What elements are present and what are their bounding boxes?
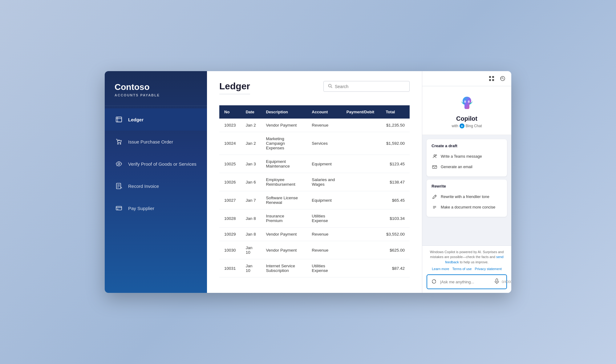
cell-account: Equipment	[307, 191, 341, 209]
cell-total: $138.47	[381, 173, 410, 191]
cell-description: Vendor Payment	[261, 241, 307, 259]
cell-total: $625.00	[381, 241, 410, 259]
table-row[interactable]: 10024 Jan 2 Marketing Campaign Expenses …	[219, 132, 410, 155]
copilot-ask-input[interactable]	[440, 280, 492, 284]
cell-total: $65.45	[381, 191, 410, 209]
cell-total: $1,235.50	[381, 119, 410, 132]
svg-rect-21	[489, 79, 491, 81]
cell-no: 10028	[219, 209, 241, 228]
cell-payment	[342, 191, 381, 209]
pay-supplier-label: Pay Supplier	[128, 206, 154, 211]
privacy-link[interactable]: Privacy statement	[475, 267, 501, 271]
cell-account: Revenue	[307, 241, 341, 259]
cell-payment	[342, 241, 381, 259]
cell-date: Jan 6	[241, 173, 261, 191]
svg-point-3	[118, 144, 119, 144]
sidebar-header: Contoso ACCOUNTS PAYABLE	[105, 71, 207, 106]
col-account-header: Account	[307, 105, 341, 119]
cell-date: Jan 7	[241, 191, 261, 209]
sidebar-item-verify-proof[interactable]: Verify Proof of Goods or Services	[105, 153, 207, 175]
friendlier-tone-item[interactable]: Rewrite with a friendlier tone	[432, 192, 502, 202]
ledger-table: No Date Description Account Payment/Debi…	[219, 105, 410, 277]
sidebar-item-record-invoice[interactable]: Record Invoice	[105, 175, 207, 197]
cell-description: Equipment Maintenance	[261, 155, 307, 173]
table-row[interactable]: 10026 Jan 6 Employee Reimbursement Salar…	[219, 173, 410, 191]
copilot-subtitle: with B Bing Chat	[452, 123, 482, 128]
cell-payment	[342, 209, 381, 228]
invoice-icon	[115, 182, 123, 190]
cell-date: Jan 8	[241, 228, 261, 241]
table-row[interactable]: 10030 Jan 10 Vendor Payment Revenue $625…	[219, 241, 410, 259]
cell-date: Jan 3	[241, 155, 261, 173]
ledger-area: No Date Description Account Payment/Debi…	[207, 105, 422, 293]
main-header: Ledger	[207, 71, 422, 105]
mic-icon[interactable]	[494, 278, 499, 285]
cell-description: Insurance Premium	[261, 209, 307, 228]
table-row[interactable]: 10025 Jan 3 Equipment Maintenance Equipm…	[219, 155, 410, 173]
svg-rect-34	[496, 279, 498, 282]
table-row[interactable]: 10023 Jan 2 Vendor Payment Revenue $1,23…	[219, 119, 410, 132]
svg-point-24	[464, 100, 466, 103]
search-bar[interactable]	[323, 81, 410, 92]
cell-total: $103.34	[381, 209, 410, 228]
cell-account: Utilities Expense	[307, 259, 341, 277]
cell-payment	[342, 259, 381, 277]
record-invoice-label: Record Invoice	[128, 184, 159, 189]
create-draft-card: Create a draft Write a Teams message	[427, 139, 507, 176]
cell-payment	[342, 228, 381, 241]
cell-date: Jan 2	[241, 132, 261, 155]
brand-name: Contoso	[115, 82, 197, 92]
table-row[interactable]: 10028 Jan 8 Insurance Premium Utilities …	[219, 209, 410, 228]
svg-point-27	[436, 155, 437, 156]
more-concise-label: Make a document more concise	[441, 205, 495, 209]
cell-payment	[342, 173, 381, 191]
bing-icon: B	[460, 123, 464, 128]
learn-more-link[interactable]: Learn more	[432, 267, 449, 271]
col-total-header: Total	[381, 105, 410, 119]
generate-email-item[interactable]: Generate an email	[432, 162, 502, 172]
copilot-suggestions: Create a draft Write a Teams message	[422, 135, 511, 245]
list-icon	[432, 204, 438, 210]
cell-account: Services	[307, 132, 341, 155]
disclaimer-text: Windows Copilot is powered by AI. Surpri…	[430, 250, 504, 259]
cell-description: Employee Reimbursement	[261, 173, 307, 191]
sidebar-nav: Ledger Issue Purchase Order	[105, 106, 207, 222]
terms-link[interactable]: Terms of use	[452, 267, 472, 271]
svg-line-18	[331, 87, 332, 88]
cell-description: Internet Service Subscription	[261, 259, 307, 277]
cell-date: Jan 2	[241, 119, 261, 132]
footer-links: Learn more Terms of use Privacy statemen…	[427, 267, 507, 271]
cell-account: Revenue	[307, 228, 341, 241]
history-icon[interactable]	[499, 75, 506, 82]
teams-message-label: Write a Teams message	[441, 154, 482, 159]
copilot-topbar	[422, 71, 511, 86]
teams-message-item[interactable]: Write a Teams message	[432, 151, 502, 162]
table-row[interactable]: 10027 Jan 7 Software License Renewal Equ…	[219, 191, 410, 209]
col-desc-header: Description	[261, 105, 307, 119]
grid-icon[interactable]	[488, 75, 495, 82]
sidebar-item-purchase-order[interactable]: Issue Purchase Order	[105, 131, 207, 153]
cell-total: $1,592.00	[381, 132, 410, 155]
create-draft-title: Create a draft	[432, 144, 502, 148]
sidebar-item-pay-supplier[interactable]: Pay Supplier	[105, 197, 207, 219]
cell-date: Jan 10	[241, 241, 261, 259]
col-no-header: No	[219, 105, 241, 119]
char-count: 0/4000	[502, 280, 511, 284]
copilot-panel: Copilot with B Bing Chat Create a draft	[422, 71, 511, 293]
cell-no: 10029	[219, 228, 241, 241]
table-row[interactable]: 10029 Jan 8 Vendor Payment Revenue $3,55…	[219, 228, 410, 241]
teams-icon	[432, 153, 438, 160]
sidebar-item-ledger[interactable]: Ledger	[105, 108, 207, 131]
friendlier-tone-label: Rewrite with a friendlier tone	[441, 195, 489, 199]
search-input[interactable]	[335, 84, 405, 89]
email-icon	[432, 164, 438, 170]
svg-point-7	[118, 163, 120, 165]
cell-description: Marketing Campaign Expenses	[261, 132, 307, 155]
cell-no: 10025	[219, 155, 241, 173]
cell-no: 10030	[219, 241, 241, 259]
more-concise-item[interactable]: Make a document more concise	[432, 202, 502, 212]
svg-point-26	[434, 155, 436, 156]
title-section: Ledger	[219, 81, 250, 99]
table-row[interactable]: 10031 Jan 10 Internet Service Subscripti…	[219, 259, 410, 277]
refresh-icon[interactable]	[430, 278, 438, 286]
